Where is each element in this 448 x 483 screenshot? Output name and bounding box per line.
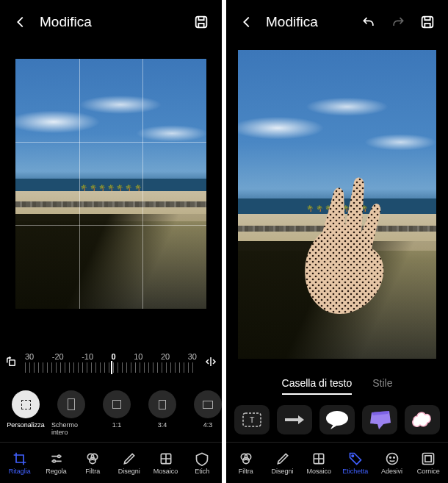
save-icon[interactable] bbox=[191, 12, 212, 32]
topbar: Modifica bbox=[226, 0, 448, 44]
back-icon[interactable] bbox=[10, 12, 31, 32]
label-editor-screen: Modifica 🌴 🌴 🌴 🌴 🌴 🌴 🌴 bbox=[226, 0, 448, 483]
svg-point-3 bbox=[53, 459, 55, 462]
svg-point-6 bbox=[90, 457, 95, 463]
photo-preview: 🌴 🌴 🌴 🌴 🌴 🌴 🌴 bbox=[238, 50, 436, 359]
svg-rect-8 bbox=[422, 17, 433, 28]
chip-4-3[interactable]: 4:3 bbox=[188, 390, 222, 436]
redo-icon[interactable] bbox=[388, 12, 408, 32]
tab-frame[interactable]: Cornice bbox=[410, 451, 447, 475]
subtab-style[interactable]: Stile bbox=[372, 377, 392, 395]
tool-tabbar: Filtra Disegni Mosaico Etichetta Adesivi… bbox=[226, 442, 448, 483]
crop-frame[interactable] bbox=[15, 59, 206, 309]
palette-arrow[interactable] bbox=[277, 405, 312, 434]
svg-text:T: T bbox=[250, 415, 255, 424]
tab-draw[interactable]: Disegni bbox=[111, 451, 148, 475]
svg-rect-23 bbox=[423, 453, 434, 464]
svg-rect-0 bbox=[196, 17, 207, 28]
tab-draw[interactable]: Disegni bbox=[264, 451, 301, 475]
tab-mosaic[interactable]: Mosaico bbox=[148, 451, 184, 475]
label-canvas[interactable]: 🌴 🌴 🌴 🌴 🌴 🌴 🌴 bbox=[226, 44, 448, 371]
tool-tabbar: Ritaglia Regola Filtra Disegni Mosaico E… bbox=[0, 442, 222, 483]
tab-adjust[interactable]: Regola bbox=[38, 451, 75, 475]
svg-point-19 bbox=[352, 455, 354, 457]
photo-preview: 🌴 🌴 🌴 🌴 🌴 🌴 🌴 bbox=[15, 59, 206, 309]
palette-bubble-cloud[interactable] bbox=[405, 405, 440, 434]
undo-icon[interactable] bbox=[358, 12, 379, 32]
rotate-slider[interactable]: 30 -20 -10 0 10 20 30 bbox=[0, 349, 222, 387]
crop-editor-screen: Modifica 🌴 🌴 🌴 🌴 🌴 🌴 🌴 bbox=[0, 0, 222, 483]
rotate-tick-labels: 30 -20 -10 0 10 20 30 bbox=[7, 352, 214, 361]
subtab-textbox[interactable]: Casella di testo bbox=[282, 377, 353, 395]
chip-custom[interactable]: Personalizza bbox=[6, 390, 46, 436]
rotate-ruler[interactable] bbox=[25, 362, 197, 373]
palette-bubble-purple[interactable] bbox=[362, 405, 397, 434]
svg-point-20 bbox=[386, 453, 397, 464]
svg-point-17 bbox=[243, 457, 249, 463]
crop-canvas[interactable]: 🌴 🌴 🌴 🌴 🌴 🌴 🌴 bbox=[0, 44, 222, 349]
page-title: Modifica bbox=[266, 14, 318, 30]
tab-label[interactable]: Etichetta bbox=[337, 451, 374, 475]
svg-point-14 bbox=[326, 411, 348, 426]
tab-filter[interactable]: Filtra bbox=[228, 451, 264, 475]
label-subtabs: Casella di testo Stile bbox=[226, 371, 448, 399]
page-title: Modifica bbox=[40, 14, 92, 30]
svg-point-2 bbox=[57, 455, 59, 457]
svg-rect-24 bbox=[425, 455, 431, 461]
svg-rect-1 bbox=[10, 360, 15, 366]
aspect-ratio-chips: Personalizza Schermo intero 1:1 3:4 4:3 bbox=[0, 387, 222, 442]
back-icon[interactable] bbox=[236, 12, 257, 32]
palette-bubble-white[interactable] bbox=[319, 405, 355, 434]
tab-filter[interactable]: Filtra bbox=[74, 451, 111, 475]
palette-text-outline[interactable]: T bbox=[234, 405, 270, 434]
flip-horizontal-icon[interactable] bbox=[203, 354, 219, 370]
svg-point-21 bbox=[389, 457, 391, 458]
chip-3-4[interactable]: 3:4 bbox=[142, 390, 182, 436]
sticker-palette: T bbox=[226, 399, 448, 442]
tab-mosaic[interactable]: Mosaico bbox=[300, 451, 337, 475]
topbar: Modifica bbox=[0, 0, 222, 44]
save-icon[interactable] bbox=[417, 12, 438, 32]
svg-point-22 bbox=[393, 457, 394, 458]
chip-1-1[interactable]: 1:1 bbox=[97, 390, 137, 436]
tab-sticker[interactable]: Adesivi bbox=[374, 451, 411, 475]
tab-crop[interactable]: Ritaglia bbox=[1, 451, 38, 475]
rotate-90-icon[interactable] bbox=[3, 354, 19, 370]
chip-fullscreen[interactable]: Schermo intero bbox=[51, 390, 91, 436]
tab-label-partial[interactable]: Etich bbox=[184, 451, 220, 475]
